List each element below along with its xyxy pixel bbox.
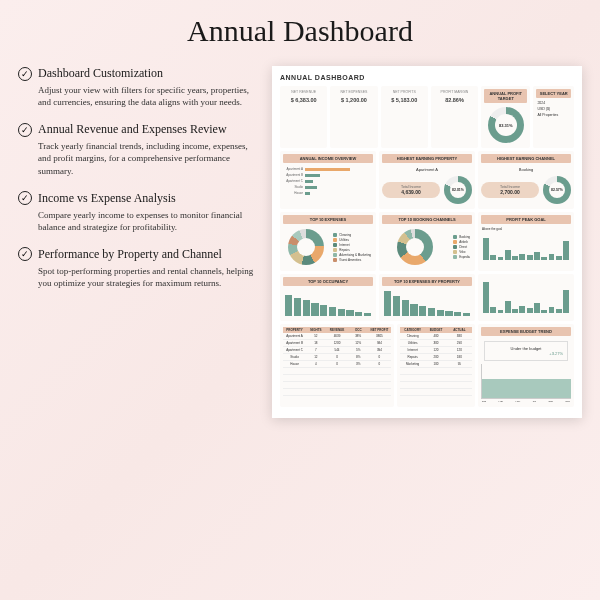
feature-item: ✓Annual Revenue and Expenses Review Trac…	[18, 122, 258, 176]
check-icon: ✓	[18, 247, 32, 261]
check-icon: ✓	[18, 191, 32, 205]
budget-trend-card: EXPENSE BUDGET TREND Under the budget +3…	[478, 324, 574, 407]
exp-bars	[382, 288, 472, 318]
area-chart	[481, 364, 571, 399]
feature-name: Performance by Property and Channel	[38, 247, 222, 262]
expense-donut	[288, 229, 324, 265]
top-channels-card: TOP 10 BOOKING CHANNELS Booking Airbnb D…	[379, 212, 475, 271]
channel-donut	[397, 229, 433, 265]
budget-status: Under the budget +3.27%	[484, 341, 568, 361]
feature-desc: Spot top-performing properties and renta…	[18, 265, 258, 289]
check-icon: ✓	[18, 67, 32, 81]
expense-legend: Cleaning Utilities Internet Repairs Adve…	[331, 231, 373, 264]
page-title: Annual Dashboard	[18, 14, 582, 48]
check-icon: ✓	[18, 123, 32, 137]
dashboard-title: ANNUAL DASHBOARD	[280, 74, 574, 81]
channel-legend: Booking Airbnb Direct Vrbo Expedia	[451, 233, 472, 261]
dashboard-preview: ANNUAL DASHBOARD NET REVENUE$ 6,383.00 N…	[272, 66, 582, 418]
kpi-profits: NET PROFITS$ 5,183.00	[381, 86, 428, 148]
kpi-margin: PROFIT MARGIN82.86%	[431, 86, 478, 148]
feature-item: ✓Dashboard Customization Adjust your vie…	[18, 66, 258, 108]
properties-table: PROPERTYNIGHTSREVENUEOCCNET PROFIT Apart…	[280, 324, 394, 407]
feature-name: Dashboard Customization	[38, 66, 163, 81]
feature-item: ✓Performance by Property and Channel Spo…	[18, 247, 258, 289]
goal-bars-2	[481, 277, 571, 315]
best-channel-card: HIGHEST EARNING CHANNEL Booking Total In…	[478, 151, 574, 209]
margin-donut: 82.01%	[444, 176, 472, 204]
profit-goal-card-2	[478, 274, 574, 321]
occ-bars	[283, 288, 373, 318]
feature-name: Annual Revenue and Expenses Review	[38, 122, 227, 137]
occupancy-card: TOP 10 OCCUPANCY	[280, 274, 376, 321]
feature-name: Income vs Expense Analysis	[38, 191, 176, 206]
best-property-card: HIGHEST EARNING PROPERTY Apartment A Tot…	[379, 151, 475, 209]
kpi-revenue: NET REVENUE$ 6,383.00	[280, 86, 327, 148]
feature-desc: Adjust your view with filters for specif…	[18, 84, 258, 108]
kpi-expenses: NET EXPENSES$ 1,200.00	[330, 86, 377, 148]
feature-item: ✓Income vs Expense Analysis Compare year…	[18, 191, 258, 233]
month-axis: JanMarMayJulSepNov	[481, 399, 571, 404]
exp-property-card: TOP 10 EXPENSES BY PROPERTY	[379, 274, 475, 321]
top-expenses-card: TOP 10 EXPENSES Cleaning Utilities Inter…	[280, 212, 376, 271]
income-overview-card: ANNUAL INCOME OVERVIEW Apartment A Apart…	[280, 151, 376, 209]
category-table: CATEGORYBUDGETACTUAL Cleaning400380 Util…	[397, 324, 475, 407]
profit-goal-card: PROFIT PEAK GOAL Above the goal	[478, 212, 574, 271]
hbar-chart: Apartment A Apartment B Apartment C Stud…	[283, 165, 373, 197]
feature-desc: Track yearly financial trends, including…	[18, 140, 258, 176]
target-card: ANNUAL PROFIT TARGET 83.31%	[481, 86, 530, 148]
feature-desc: Compare yearly income to expenses to mon…	[18, 209, 258, 233]
target-donut: 83.31%	[488, 107, 524, 143]
margin-donut: 82.57%	[543, 176, 571, 204]
filters-card: SELECT YEAR 2024 USD ($) All Properties	[533, 86, 574, 148]
goal-bars	[481, 232, 571, 262]
feature-list: ✓Dashboard Customization Adjust your vie…	[18, 66, 258, 289]
